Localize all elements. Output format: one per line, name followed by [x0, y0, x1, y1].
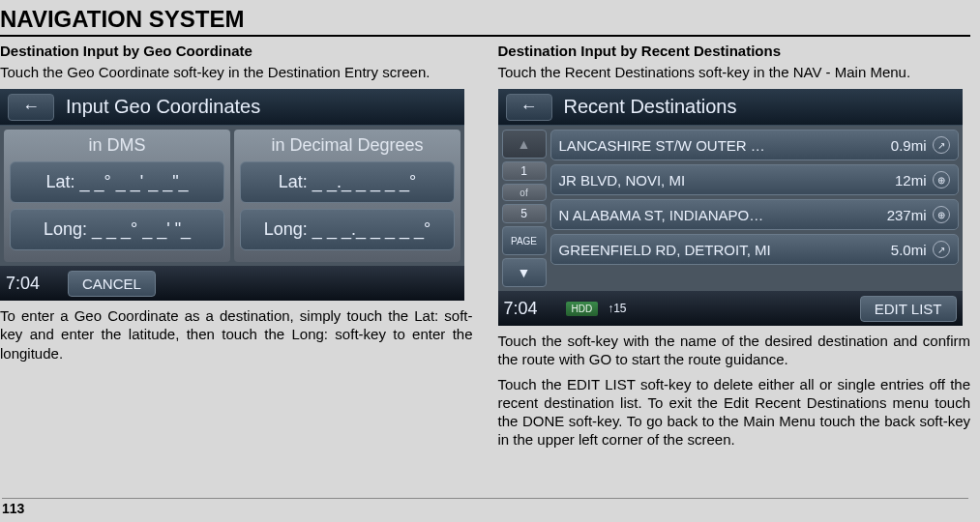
- chevron-down-icon: ▼: [518, 265, 531, 280]
- body-text-recent-2: Touch the EDIT LIST soft-key to delete e…: [498, 375, 971, 450]
- pager-of-label: of: [502, 184, 547, 201]
- direction-icon: ↗: [933, 241, 950, 258]
- recent-screen-title: Recent Destinations: [564, 96, 737, 118]
- cancel-button[interactable]: CANCEL: [68, 271, 156, 297]
- list-item[interactable]: GREENFIELD RD, DETROIT, MI 5.0mi ↗: [550, 234, 959, 265]
- decimal-title: in Decimal Degrees: [240, 135, 455, 156]
- dec-long-field[interactable]: Long: _ _ _._ _ _ _ _°: [240, 209, 455, 250]
- dms-title: in DMS: [10, 135, 224, 156]
- pager-column: ▲ 1 of 5 PAGE ▼: [502, 130, 547, 287]
- list-item-name: GREENFIELD RD, DETROIT, MI: [559, 242, 891, 258]
- section-heading-recent: Destination Input by Recent Destinations: [498, 43, 971, 59]
- back-button[interactable]: ←: [506, 94, 552, 121]
- pager-down-button[interactable]: ▼: [502, 258, 547, 287]
- direction-icon: ⊕: [933, 206, 950, 223]
- list-item[interactable]: JR BLVD, NOVI, MI 12mi ⊕: [550, 164, 959, 195]
- direction-icon: ↗: [933, 136, 950, 154]
- page-number: 113: [2, 498, 968, 516]
- recent-clock: 7:04: [504, 299, 556, 319]
- edit-list-button[interactable]: EDIT LIST: [860, 296, 957, 322]
- dms-lat-field[interactable]: Lat: _ _° _ _' _ _"_: [10, 161, 224, 203]
- back-arrow-icon: ←: [520, 97, 538, 117]
- dms-column: in DMS Lat: _ _° _ _' _ _"_ Long: _ _ _°…: [4, 130, 230, 262]
- recent-screen-header: ← Recent Destinations: [498, 89, 963, 126]
- intro-text-geo: Touch the Geo Coordinate soft-key in the…: [0, 63, 473, 81]
- decimal-column: in Decimal Degrees Lat: _ _._ _ _ _ _° L…: [234, 130, 460, 262]
- back-arrow-icon: ←: [22, 97, 40, 117]
- temp-reading: ↑15: [608, 302, 626, 315]
- hdd-badge: HDD: [566, 302, 599, 316]
- pager-page-button[interactable]: PAGE: [502, 226, 547, 255]
- geo-clock: 7:04: [6, 274, 58, 294]
- direction-icon: ⊕: [933, 171, 950, 188]
- geo-screen-header: ← Input Geo Coordinates: [0, 89, 464, 126]
- recent-list: LANCASHIRE ST/W OUTER … 0.9mi ↗ JR BLVD,…: [550, 130, 959, 287]
- section-heading-geo: Destination Input by Geo Coordinate: [0, 43, 473, 59]
- back-button[interactable]: ←: [8, 94, 54, 121]
- list-item-distance: 5.0mi: [891, 242, 927, 258]
- geo-screen: ← Input Geo Coordinates in DMS Lat: _ _°…: [0, 89, 464, 301]
- pager-up-button[interactable]: ▲: [502, 130, 547, 159]
- pager-current: 1: [502, 161, 547, 181]
- dec-lat-field[interactable]: Lat: _ _._ _ _ _ _°: [240, 161, 455, 203]
- list-item[interactable]: N ALABAMA ST, INDIANAPO… 237mi ⊕: [550, 199, 959, 230]
- geo-screen-title: Input Geo Coordinates: [66, 96, 260, 118]
- list-item-name: JR BLVD, NOVI, MI: [559, 172, 895, 188]
- list-item-name: N ALABAMA ST, INDIANAPO…: [559, 207, 887, 223]
- body-text-recent-1: Touch the soft-key with the name of the …: [498, 332, 971, 368]
- chevron-up-icon: ▲: [518, 136, 531, 152]
- list-item-name: LANCASHIRE ST/W OUTER …: [559, 137, 891, 154]
- right-column: Destination Input by Recent Destinations…: [498, 43, 971, 454]
- dms-long-field[interactable]: Long: _ _ _° _ _' "_: [10, 209, 224, 250]
- list-item-distance: 0.9mi: [891, 137, 927, 154]
- recent-screen: ← Recent Destinations ▲ 1 of 5 PAGE: [498, 89, 963, 326]
- intro-text-recent: Touch the Recent Destinations soft-key i…: [498, 63, 971, 81]
- pager-total: 5: [502, 204, 547, 223]
- list-item-distance: 12mi: [895, 172, 927, 188]
- list-item[interactable]: LANCASHIRE ST/W OUTER … 0.9mi ↗: [550, 130, 959, 160]
- body-text-geo: To enter a Geo Coordinate as a destinati…: [0, 306, 473, 362]
- page-title: NAVIGATION SYSTEM: [0, 4, 970, 37]
- left-column: Destination Input by Geo Coordinate Touc…: [0, 43, 473, 454]
- list-item-distance: 237mi: [887, 207, 927, 223]
